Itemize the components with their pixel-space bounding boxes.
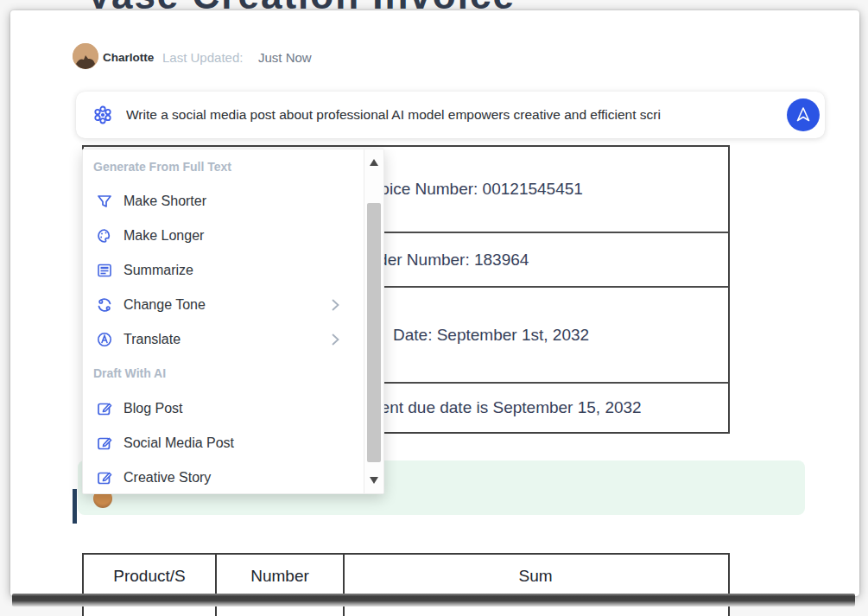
menu-scrollbar[interactable] — [364, 149, 383, 493]
document-title: Vase Creation Invoice — [86, 0, 516, 17]
menu-item-label: Translate — [124, 332, 181, 347]
menu-item-label: Blog Post — [124, 401, 182, 416]
menu-item-label: Creative Story — [124, 470, 211, 486]
menu-item-creative-story[interactable]: Creative Story — [86, 460, 364, 495]
window-bottom-edge — [12, 594, 855, 606]
send-button[interactable] — [787, 98, 820, 131]
menu-item-label: Social Media Post — [124, 435, 234, 451]
palette-icon — [96, 227, 113, 244]
order-number-text: Order Number: 183964 — [360, 251, 529, 270]
table-header-cell: Number — [217, 555, 345, 616]
menu-item-translate[interactable]: Translate — [86, 322, 364, 357]
menu-item-make-longer[interactable]: Make Longer — [86, 219, 364, 253]
menu-item-label: Make Shorter — [124, 194, 206, 209]
table-header-cell: Sum — [345, 555, 726, 616]
chevron-right-icon — [332, 333, 339, 349]
menu-item-blog-post[interactable]: Blog Post — [86, 391, 364, 426]
menu-section-draft: Draft With AI — [93, 366, 352, 380]
send-arrow-icon — [794, 105, 813, 124]
ai-dropdown-menu: Generate From Full Text Make Shorter Mak… — [82, 149, 384, 494]
ai-atom-icon — [93, 105, 112, 124]
author-name: Charlotte — [103, 51, 154, 64]
ai-prompt-bar[interactable]: Write a social media post about professi… — [76, 92, 825, 138]
menu-item-social-media-post[interactable]: Social Media Post — [86, 426, 364, 460]
last-updated-value: Just Now — [258, 50, 312, 65]
products-table: Product/S Number Sum — [82, 553, 730, 616]
avatar — [73, 43, 98, 69]
prompt-input[interactable]: Write a social media post about professi… — [126, 92, 826, 138]
menu-item-change-tone[interactable]: Change Tone — [86, 288, 364, 322]
scroll-down-icon[interactable] — [370, 477, 378, 484]
invoice-number-text: Invoice Number: 00121545451 — [358, 180, 583, 199]
menu-item-label: Make Longer — [124, 228, 204, 244]
menu-item-label: Change Tone — [124, 297, 206, 313]
chevron-right-icon — [332, 299, 339, 314]
column-header-number: Number — [217, 567, 343, 586]
app-window: Vase Creation Invoice Charlotte Last Upd… — [0, 0, 868, 616]
avatar-image — [73, 43, 98, 69]
draft-icon — [96, 400, 113, 417]
filter-icon — [96, 193, 113, 210]
invoice-date-text: Date: September 1st, 2032 — [393, 326, 589, 345]
summarize-icon — [96, 262, 113, 279]
menu-item-make-shorter[interactable]: Make Shorter — [86, 184, 364, 219]
menu-section-generate: Generate From Full Text — [93, 160, 352, 174]
column-header-product: Product/S — [84, 567, 215, 586]
column-header-sum: Sum — [345, 567, 726, 586]
menu-item-label: Summarize — [124, 263, 193, 278]
text-cursor — [73, 489, 77, 524]
scroll-up-icon[interactable] — [370, 159, 378, 166]
menu-item-summarize[interactable]: Summarize — [86, 253, 364, 288]
draft-icon — [96, 469, 113, 486]
table-header-cell: Product/S — [84, 555, 217, 616]
draft-icon — [96, 435, 113, 452]
scrollbar-thumb[interactable] — [367, 203, 381, 462]
translate-icon — [96, 331, 113, 348]
change-tone-icon — [96, 296, 113, 314]
last-updated-label: Last Updated: — [162, 50, 243, 65]
